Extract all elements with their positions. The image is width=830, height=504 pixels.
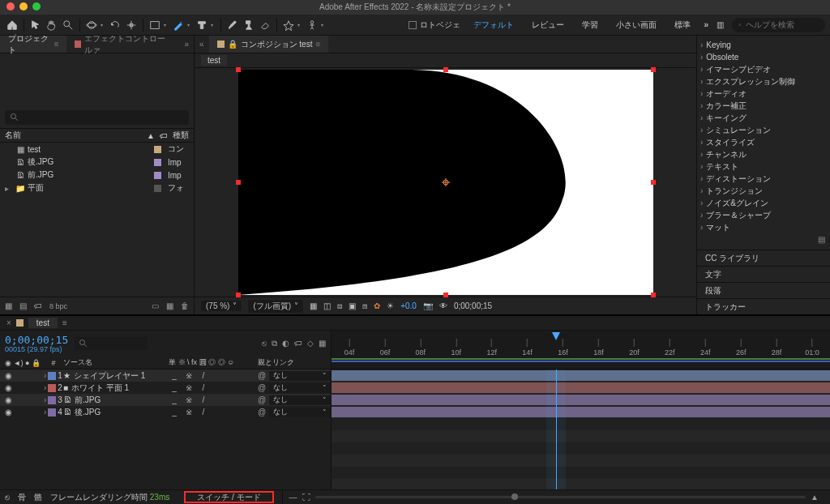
switches-header[interactable]: ◉ ◄) ● 🔒: [0, 359, 44, 367]
show-snapshot-icon[interactable]: 👁: [439, 301, 447, 310]
layer-bar-1[interactable]: [332, 370, 830, 381]
timeline-timecode[interactable]: 0;00;00;15: [5, 335, 68, 345]
layer-index-header[interactable]: #: [44, 359, 63, 367]
effect-category[interactable]: ›ノイズ&グレイン: [700, 197, 827, 209]
project-search[interactable]: [5, 110, 189, 125]
collapsed-panel[interactable]: CC ライブラリ: [697, 250, 830, 266]
solo-icon[interactable]: [26, 384, 34, 392]
col-name-header[interactable]: 名前: [5, 130, 147, 141]
toggle-blend-icon[interactable]: 骨: [18, 492, 26, 503]
layer-color-swatch[interactable]: [48, 372, 56, 380]
audio-icon[interactable]: [15, 384, 24, 392]
rect-tool-icon[interactable]: [148, 18, 162, 32]
mode-switch[interactable]: ※: [183, 383, 195, 392]
mode-switch[interactable]: ※: [183, 395, 195, 404]
layer-bar-2[interactable]: [332, 382, 830, 393]
effect-category[interactable]: ›イマーシブビデオ: [700, 63, 827, 75]
effect-controls-tab[interactable]: エフェクトコントロールァ: [66, 36, 179, 53]
visibility-icon[interactable]: ◉: [5, 372, 13, 380]
clone-tool-icon[interactable]: [242, 18, 256, 32]
layer-row[interactable]: ◉ › 2 ■ ホワイト 平面 1 ⎯※/ @ なし˅: [0, 382, 331, 394]
layer-bar-3[interactable]: [332, 395, 830, 405]
parent-dropdown[interactable]: なし˅: [269, 395, 331, 405]
audio-icon[interactable]: [15, 396, 24, 404]
mode-switch[interactable]: ⎯: [169, 395, 180, 404]
motionblur-icon[interactable]: ◐: [282, 339, 289, 348]
ruler-tick[interactable]: 06f: [380, 339, 391, 357]
parent-dropdown[interactable]: なし˅: [269, 383, 331, 393]
effect-category[interactable]: ›ブラー＆シャープ: [700, 209, 827, 221]
window-zoom[interactable]: [32, 2, 41, 11]
ruler-tick[interactable]: 14f: [522, 339, 533, 357]
ruler-tick[interactable]: 08f: [416, 339, 426, 357]
hand-tool-icon[interactable]: [45, 18, 59, 32]
workspace-small[interactable]: 小さい画面: [611, 18, 661, 32]
fold-icon[interactable]: ›: [44, 408, 46, 416]
graph-icon[interactable]: 🏷: [294, 339, 302, 348]
collapsed-panel[interactable]: トラッカー: [697, 298, 830, 314]
layer-color-swatch[interactable]: [48, 384, 56, 392]
mode-switch[interactable]: /: [198, 383, 209, 392]
layer-row[interactable]: ◉ › 4 🖻 後.JPG ⎯※/ @ なし˅: [0, 406, 331, 418]
composition-viewer[interactable]: [195, 68, 696, 297]
workspace-more-icon[interactable]: »: [704, 20, 708, 29]
effect-category[interactable]: ›スタイライズ: [700, 136, 827, 148]
solo-icon[interactable]: [26, 408, 34, 416]
zoom-in-icon[interactable]: ▲: [811, 493, 819, 502]
channel-icon[interactable]: ▣: [349, 301, 356, 310]
layer-color-swatch[interactable]: [48, 408, 56, 416]
project-item[interactable]: 🖻 後.JPG Imp: [0, 156, 194, 169]
home-icon[interactable]: [5, 18, 19, 32]
selection-tool-icon[interactable]: [28, 18, 43, 32]
thumbs-icon[interactable]: ▤: [19, 301, 27, 310]
safe-icon[interactable]: ⧈: [337, 301, 342, 311]
quality-dropdown[interactable]: (フル画質) ˅: [248, 300, 303, 313]
collapsed-panel[interactable]: 文字: [697, 266, 830, 282]
lock-icon[interactable]: 🔒: [228, 40, 237, 49]
interpret-footage-icon[interactable]: ▦: [5, 301, 12, 310]
workspace-standard[interactable]: 標準: [670, 18, 695, 32]
toggle-switch-icon[interactable]: ⎋: [5, 493, 10, 502]
color-mgmt-icon[interactable]: ✿: [374, 301, 380, 310]
parent-header[interactable]: 親とリンク: [258, 357, 331, 368]
effect-category[interactable]: ›Keying: [700, 39, 827, 51]
effect-category[interactable]: ›ディストーション: [700, 173, 827, 185]
playhead-icon[interactable]: [550, 331, 562, 342]
handle-br[interactable]: [651, 293, 656, 297]
window-close[interactable]: [6, 2, 15, 11]
more-tabs-icon[interactable]: »: [179, 40, 194, 49]
ruler-tick[interactable]: 04f: [344, 339, 355, 357]
project-bpc[interactable]: 8 bpc: [49, 302, 67, 310]
puppet-tool-icon[interactable]: [305, 18, 319, 32]
ruler-tick[interactable]: 22f: [665, 339, 675, 357]
ruler-tick[interactable]: 12f: [486, 339, 497, 357]
parent-dropdown[interactable]: なし˅: [269, 371, 331, 381]
anchor-point-icon[interactable]: [442, 178, 450, 186]
grids-icon[interactable]: ▦: [310, 301, 317, 310]
playhead-line[interactable]: [556, 369, 557, 489]
brush-tool-icon[interactable]: [225, 18, 240, 32]
effect-category[interactable]: ›シミュレーション: [700, 124, 827, 136]
project-item[interactable]: 🖻 前.JPG Imp: [0, 169, 194, 182]
ruler-tick[interactable]: 18f: [593, 339, 604, 357]
timeline-tab[interactable]: test: [28, 318, 58, 328]
ruler-tick[interactable]: 01:0: [805, 339, 819, 357]
shy-icon[interactable]: ⎋: [262, 339, 267, 348]
fold-icon[interactable]: ›: [44, 371, 46, 380]
project-tab[interactable]: プロジェクト ≡: [0, 36, 66, 53]
zoom-slider[interactable]: [315, 496, 806, 498]
mode-switch[interactable]: ⎯: [169, 371, 180, 380]
library-icon[interactable]: ▥: [717, 20, 724, 29]
rotobezier-checkbox[interactable]: ロトベジェ: [409, 19, 460, 31]
handle-mr[interactable]: [651, 180, 656, 185]
layer-color-swatch[interactable]: [48, 396, 56, 404]
panel-menu-icon[interactable]: ≡: [54, 40, 59, 49]
timecode-icon[interactable]: ⧆: [362, 301, 367, 311]
workspace-review[interactable]: レビュー: [527, 18, 569, 32]
help-search-input[interactable]: [746, 20, 819, 29]
pickwhip-icon[interactable]: @: [258, 395, 266, 404]
exposure-value[interactable]: +0.0: [400, 301, 417, 310]
ruler-tick[interactable]: 26f: [736, 339, 747, 357]
handle-ml[interactable]: [236, 180, 241, 185]
fold-icon[interactable]: ›: [44, 383, 46, 392]
